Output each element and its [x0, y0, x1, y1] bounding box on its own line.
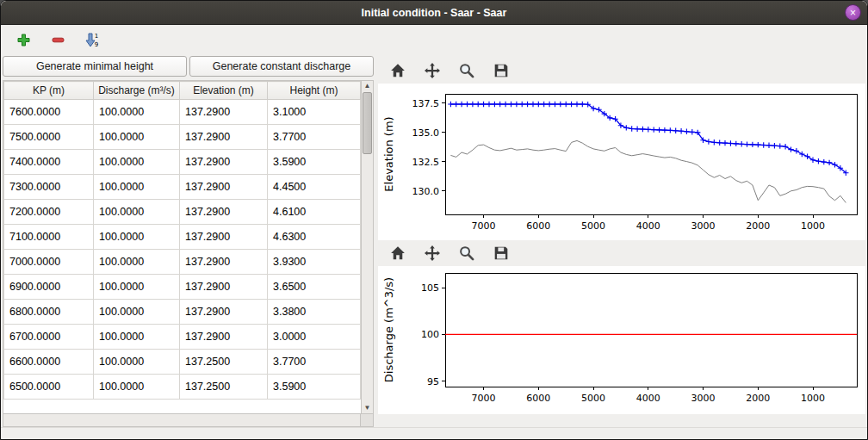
column-header[interactable]: Height (m) [268, 82, 361, 100]
table-cell[interactable]: 4.6300 [268, 225, 361, 250]
table-cell[interactable]: 137.2500 [180, 350, 268, 375]
elevation-chart[interactable]: 7000600050004000300020001000130.0132.513… [378, 84, 865, 240]
save-button[interactable] [490, 242, 512, 264]
table-cell[interactable]: 6700.0000 [4, 325, 94, 350]
table-cell[interactable]: 3.1000 [268, 100, 361, 125]
table-cell[interactable]: 100.0000 [94, 225, 180, 250]
table-cell[interactable]: 100.0000 [94, 150, 180, 175]
svg-text:3000: 3000 [691, 220, 716, 232]
table-cell[interactable]: 3.7700 [268, 350, 361, 375]
scroll-down-icon[interactable]: ▼ [362, 403, 373, 413]
table-cell[interactable]: 137.2500 [180, 375, 268, 400]
table-cell[interactable]: 4.6100 [268, 200, 361, 225]
svg-text:4000: 4000 [636, 393, 660, 404]
zoom-button[interactable] [456, 242, 478, 264]
table-cell[interactable]: 100.0000 [94, 175, 180, 200]
table-cell[interactable]: 100.0000 [94, 250, 180, 275]
table-cell[interactable]: 100.0000 [94, 100, 180, 125]
table-cell[interactable]: 100.0000 [94, 350, 180, 375]
table-cell[interactable]: 3.5900 [268, 150, 361, 175]
table-cell[interactable]: 100.0000 [94, 300, 180, 325]
close-button[interactable]: × [845, 4, 861, 21]
svg-text:95: 95 [427, 376, 439, 387]
table-cell[interactable]: 6900.0000 [4, 275, 94, 300]
table-row[interactable]: 6800.0000100.0000137.29003.3800 [4, 300, 361, 325]
table-cell[interactable]: 100.0000 [94, 325, 180, 350]
table-header-row: KP (m)Discharge (m³/s)Elevation (m)Heigh… [4, 82, 361, 100]
home-button[interactable] [387, 242, 409, 264]
minus-icon [51, 33, 65, 47]
table-cell[interactable]: 3.6500 [268, 275, 361, 300]
save-button[interactable] [490, 59, 512, 82]
table-row[interactable]: 7600.0000100.0000137.29003.1000 [4, 100, 361, 125]
table-cell[interactable]: 137.2900 [180, 200, 268, 225]
table-cell[interactable]: 100.0000 [94, 125, 180, 150]
table-cell[interactable]: 6500.0000 [4, 375, 94, 400]
table-cell[interactable]: 6800.0000 [4, 300, 94, 325]
table-cell[interactable]: 100.0000 [94, 200, 180, 225]
vertical-scrollbar[interactable]: ▲ ▼ [361, 80, 374, 414]
scroll-up-icon[interactable]: ▲ [362, 81, 373, 91]
svg-text:3000: 3000 [691, 393, 716, 404]
table-cell[interactable]: 7300.0000 [4, 175, 94, 200]
table-cell[interactable]: 6600.0000 [4, 350, 94, 375]
table-cell[interactable]: 100.0000 [94, 375, 180, 400]
table-row[interactable]: 6600.0000100.0000137.25003.7700 [4, 350, 361, 375]
table-cell[interactable]: 7600.0000 [4, 100, 94, 125]
home-button[interactable] [387, 59, 409, 82]
table-row[interactable]: 7400.0000100.0000137.29003.5900 [4, 150, 361, 175]
svg-text:6000: 6000 [526, 220, 550, 232]
table-cell[interactable]: 3.3800 [268, 300, 361, 325]
table-cell[interactable]: 4.4500 [268, 175, 361, 200]
table-cell[interactable]: 7100.0000 [4, 225, 94, 250]
table-row[interactable]: 7000.0000100.0000137.29003.9300 [4, 250, 361, 275]
table-row[interactable]: 7500.0000100.0000137.29003.7700 [4, 125, 361, 150]
table-cell[interactable]: 137.2900 [180, 175, 268, 200]
table-cell[interactable]: 3.0000 [268, 325, 361, 350]
column-header[interactable]: Discharge (m³/s) [94, 82, 180, 100]
generate-constant-discharge-button[interactable]: Generate constant discharge [189, 56, 374, 77]
table-cell[interactable]: 137.2900 [180, 225, 268, 250]
sort-digit-bottom: 9 [94, 41, 97, 48]
table-cell[interactable]: 137.2900 [180, 125, 268, 150]
left-panel: Generate minimal height Generate constan… [1, 54, 375, 427]
pan-button[interactable] [421, 59, 443, 82]
svg-text:130.0: 130.0 [412, 186, 440, 197]
table-row[interactable]: 6500.0000100.0000137.25003.5900 [4, 375, 361, 400]
table-cell[interactable]: 7000.0000 [4, 250, 94, 275]
horizontal-scrollbar[interactable] [3, 414, 361, 427]
svg-text:2000: 2000 [746, 393, 770, 404]
table-cell[interactable]: 137.2900 [180, 250, 268, 275]
sort-rows-button[interactable]: 1 9 [82, 29, 102, 50]
table-cell[interactable]: 137.2900 [180, 100, 268, 125]
table-row[interactable]: 6700.0000100.0000137.29003.0000 [4, 325, 361, 350]
save-icon [493, 245, 509, 261]
home-icon [390, 245, 406, 261]
table-cell[interactable]: 3.7700 [268, 125, 361, 150]
pan-button[interactable] [421, 242, 443, 264]
discharge-nav-toolbar [378, 240, 866, 266]
table-cell[interactable]: 100.0000 [94, 275, 180, 300]
generate-minimal-height-button[interactable]: Generate minimal height [3, 56, 187, 77]
zoom-button[interactable] [456, 59, 478, 82]
table-cell[interactable]: 137.2900 [180, 300, 268, 325]
table-row[interactable]: 7200.0000100.0000137.29004.6100 [4, 200, 361, 225]
column-header[interactable]: KP (m) [4, 82, 94, 100]
table-cell[interactable]: 7200.0000 [4, 200, 94, 225]
table-cell[interactable]: 7400.0000 [4, 150, 94, 175]
remove-row-button[interactable] [47, 29, 68, 50]
table-cell[interactable]: 137.2900 [180, 275, 268, 300]
table-row[interactable]: 7300.0000100.0000137.29004.4500 [4, 175, 361, 200]
table-row[interactable]: 7100.0000100.0000137.29004.6300 [4, 225, 361, 250]
discharge-chart[interactable]: 700060005000400030002000100095100105Disc… [378, 266, 865, 414]
table-cell[interactable]: 137.2900 [180, 325, 268, 350]
vertical-scroll-thumb[interactable] [363, 92, 372, 154]
table-cell[interactable]: 7500.0000 [4, 125, 94, 150]
add-row-button[interactable] [13, 29, 34, 50]
table-cell[interactable]: 3.5900 [268, 375, 361, 400]
table-cell[interactable]: 3.9300 [268, 250, 361, 275]
table-cell[interactable]: 137.2900 [180, 150, 268, 175]
table-row[interactable]: 6900.0000100.0000137.29003.6500 [4, 275, 361, 300]
column-header[interactable]: Elevation (m) [180, 82, 268, 100]
svg-text:137.5: 137.5 [412, 98, 440, 109]
